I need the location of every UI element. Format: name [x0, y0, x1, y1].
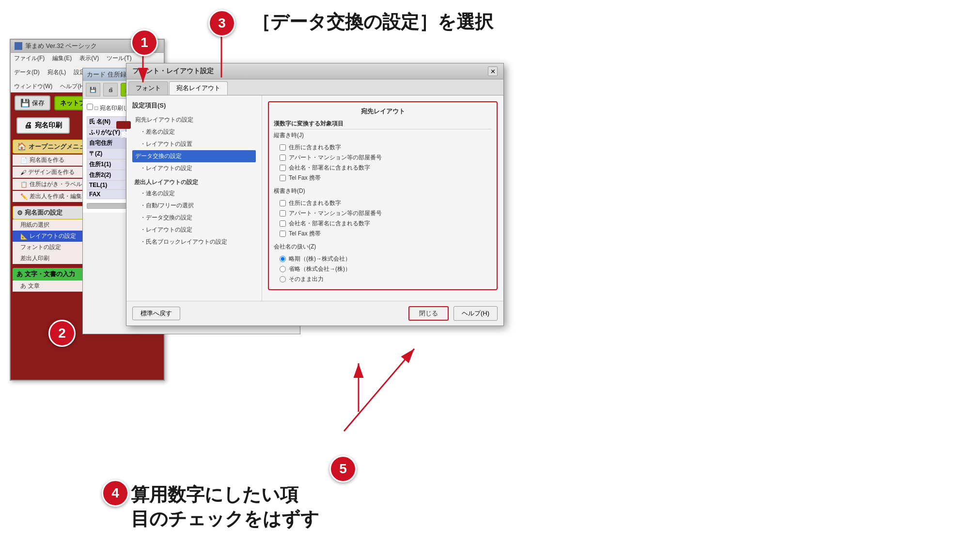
- check-tate-apart[interactable]: アパート・マンション等の部屋番号: [274, 153, 492, 163]
- help-button[interactable]: ヘルプ(H): [453, 306, 498, 321]
- save-button[interactable]: 💾 保存: [15, 95, 50, 110]
- sender-icon: ✏️: [20, 193, 28, 200]
- radio-ryakusho2[interactable]: 省略（株式会社→(株)）: [274, 264, 492, 274]
- left-item-data-exchange[interactable]: データ交換の設定: [132, 150, 256, 162]
- left-item-layout-set2[interactable]: ・レイアウトの設定: [132, 162, 256, 174]
- design-icon: 🖌: [20, 169, 26, 176]
- yokogaki-label: 横書き時(D): [274, 187, 492, 196]
- check-tate-jusho[interactable]: 住所に含まれる数字: [274, 142, 492, 153]
- left-item-renme[interactable]: ・連名の設定: [132, 187, 256, 200]
- bottom-text-line1: 算用数字にしたい項: [131, 483, 319, 507]
- tel-label: TEL(1): [87, 181, 126, 190]
- settings-icon: ⚙: [17, 209, 23, 217]
- bg-toolbar-icon1[interactable]: 💾: [86, 83, 100, 96]
- back-to-default-button[interactable]: 標準へ戻す: [132, 307, 180, 320]
- check-yoko-kaisha[interactable]: 会社名・部署名に含まれる数字: [274, 218, 492, 229]
- left-section-sashidashi: 差出人レイアウトの設定: [132, 178, 256, 187]
- left-item-data-exchange2[interactable]: ・データ交換の設定: [132, 212, 256, 224]
- menu-tool[interactable]: ツール(T): [105, 54, 133, 63]
- layout-icon: 📐: [20, 233, 28, 240]
- dialog-right-panel: 宛先レイアウト 漢数字に変換する対象項目 縦書き時(J) 住所に含まれる数字 ア…: [262, 95, 503, 301]
- dialog-close-button[interactable]: ✕: [488, 66, 498, 76]
- jusho2-label: 住所2(2): [87, 170, 126, 181]
- menu-atena[interactable]: 宛名(L): [46, 68, 68, 77]
- radio-sonomama[interactable]: そのまま出力: [274, 274, 492, 284]
- label-icon: 📋: [20, 181, 28, 188]
- check-tate-kaisha[interactable]: 会社名・部署名に含まれる数字: [274, 163, 492, 173]
- text-icon: あ: [20, 282, 26, 290]
- kansu-section-label: 漢数字に変換する対象項目: [274, 120, 492, 129]
- left-item-layout-set[interactable]: ・レイアウトの設置: [132, 138, 256, 150]
- app-icon: [15, 42, 22, 50]
- svg-line-3: [344, 349, 414, 431]
- menu-view[interactable]: 表示(V): [78, 54, 100, 63]
- left-item-shimeiblock[interactable]: ・氏名ブロックレイアウトの設定: [132, 236, 256, 248]
- dialog-window: フォント・レイアウト設定 ✕ フォント 宛名レイアウト 設定項目(S) 宛先レイ…: [126, 63, 504, 326]
- menu-file[interactable]: ファイル(F): [13, 54, 46, 63]
- tab-atena-layout[interactable]: 宛名レイアウト: [169, 81, 228, 95]
- check-yoko-jusho[interactable]: 住所に含まれる数字: [274, 198, 492, 208]
- radio-ryakusho[interactable]: 略期（(株)→株式会社）: [274, 254, 492, 264]
- step3-annotation: ［データ交換の設定］を選択: [213, 10, 493, 34]
- tab-font[interactable]: フォント: [128, 81, 168, 95]
- menu-edit[interactable]: 編集(E): [51, 54, 73, 63]
- step4-circle: 4: [102, 480, 129, 507]
- menu-data[interactable]: データ(D): [13, 68, 41, 77]
- left-item-saname[interactable]: ・差名の設定: [132, 126, 256, 138]
- left-item-layout-set3[interactable]: ・レイアウトの設定: [132, 224, 256, 236]
- bottom-text-line2: 目のチェックをはずす: [131, 507, 319, 531]
- close-button[interactable]: 閉じる: [408, 306, 449, 321]
- kaisha-label: 会社名の扱い(Z): [274, 243, 492, 252]
- dialog-body: 設定項目(S) 宛先レイアウトの設定 ・差名の設定 ・レイアウトの設置 データ交…: [126, 95, 503, 301]
- kakikoki-label: 縦書き時(J): [274, 131, 492, 140]
- fax-label: FAX: [87, 190, 126, 199]
- check-yoko-apart[interactable]: アパート・マンション等の部屋番号: [274, 208, 492, 218]
- yubin-label: 〒(Z): [87, 149, 126, 159]
- left-item-atena-layout[interactable]: 宛先レイアウトの設定: [132, 114, 256, 126]
- document-icon: 📄: [20, 157, 28, 164]
- atena-layout-title: 宛先レイアウト: [274, 107, 492, 116]
- bg-toolbar-icon2[interactable]: 🖨: [103, 83, 118, 96]
- vertical-atena-label: 宛名: [116, 121, 131, 129]
- bottom-annotation: 算用数字にしたい項 目のチェックをはずす: [131, 483, 319, 531]
- step3-circle: 3: [208, 10, 235, 37]
- jusho1-label: 住所1(1): [87, 159, 126, 170]
- dialog-left-panel: 設定項目(S) 宛先レイアウトの設定 ・差名の設定 ・レイアウトの設置 データ交…: [126, 95, 262, 301]
- dialog-titlebar: フォント・レイアウト設定 ✕: [126, 63, 503, 79]
- left-item-auto-free[interactable]: ・自動/フリーの選択: [132, 200, 256, 212]
- dialog-title: フォント・レイアウト設定: [132, 67, 214, 76]
- step2-circle: 2: [48, 320, 76, 347]
- atena-layout-box: 宛先レイアウト 漢数字に変換する対象項目 縦書き時(J) 住所に含まれる数字 ア…: [268, 101, 498, 290]
- dialog-tabs: フォント 宛名レイアウト: [126, 79, 503, 95]
- check-tate-tel[interactable]: Tel Fax 携帯: [274, 173, 492, 183]
- atena-print-button[interactable]: 🖨 宛名印刷: [16, 117, 70, 134]
- step1-circle: 1: [131, 29, 158, 56]
- menu-window[interactable]: ウィンドウ(W): [13, 82, 54, 91]
- dialog-footer: 標準へ戻す 閉じる ヘルプ(H): [126, 301, 503, 326]
- step5-circle: 5: [329, 455, 357, 482]
- dialog-left-title: 設定項目(S): [132, 101, 256, 110]
- check-yoko-tel[interactable]: Tel Fax 携帯: [274, 229, 492, 239]
